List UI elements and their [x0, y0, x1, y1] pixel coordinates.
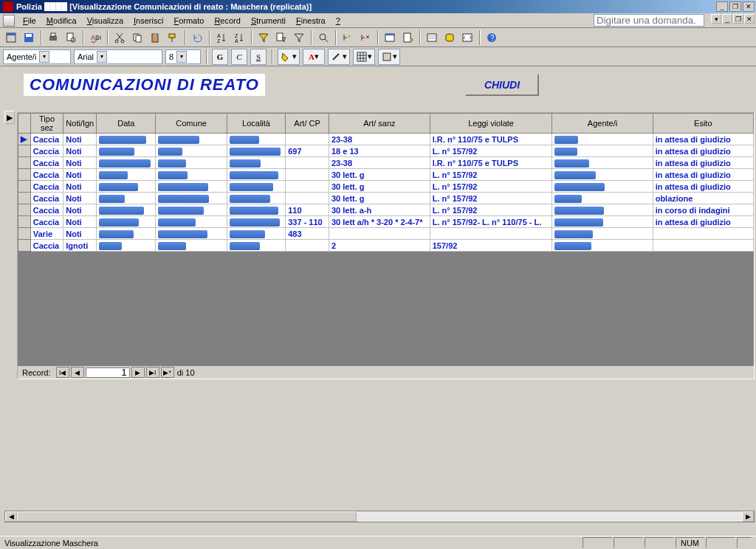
cell-esito[interactable]: in attesa di giudizio: [653, 181, 753, 193]
nav-last-button[interactable]: ▶I: [146, 367, 159, 378]
column-header[interactable]: Agente/i: [552, 114, 653, 134]
cell-artcp[interactable]: [286, 240, 329, 252]
cell-data[interactable]: [97, 181, 156, 193]
cell-noti[interactable]: Noti: [63, 157, 97, 169]
line-color-button[interactable]: ▾: [328, 49, 350, 65]
cell-artsanz[interactable]: 30 lett a/h * 3-20 * 2-4-7*: [329, 216, 430, 228]
fill-color-button[interactable]: ▾: [278, 49, 300, 65]
scroll-right-button[interactable]: ▶: [742, 511, 754, 522]
cell-artsanz[interactable]: [329, 228, 430, 240]
cell-artcp[interactable]: [286, 157, 329, 169]
format-painter-icon[interactable]: [165, 30, 181, 46]
cell-noti[interactable]: Noti: [63, 145, 97, 157]
column-header[interactable]: Tipo sez: [30, 114, 63, 134]
row-selector[interactable]: [18, 216, 31, 228]
cell-loc[interactable]: [227, 228, 285, 240]
cell-data[interactable]: [97, 157, 156, 169]
ask-question-box[interactable]: [594, 14, 704, 27]
cell-agente[interactable]: [552, 240, 653, 252]
menu-strumenti[interactable]: Strumenti: [246, 15, 291, 27]
close-button[interactable]: ✕: [743, 1, 755, 12]
record-selector-handle[interactable]: ▶: [4, 111, 15, 124]
restore-button[interactable]: ❐: [729, 1, 741, 12]
cell-data[interactable]: [97, 134, 156, 145]
properties-icon[interactable]: [424, 30, 440, 46]
child-dropdown[interactable]: ▾: [711, 14, 721, 24]
row-selector[interactable]: [18, 181, 31, 193]
cell-leggi[interactable]: L. n° 157/92: [430, 145, 552, 157]
cell-loc[interactable]: [227, 157, 285, 169]
cell-agente[interactable]: [552, 181, 653, 193]
sort-desc-icon[interactable]: ZA: [231, 30, 247, 46]
cell-data[interactable]: [97, 204, 156, 216]
cell-artsanz[interactable]: 30 lett. a-h: [329, 204, 430, 216]
cell-artsanz[interactable]: 30 lett. g: [329, 181, 430, 193]
child-restore[interactable]: ❐: [733, 14, 743, 24]
filter-selection-icon[interactable]: [255, 30, 272, 46]
spellcheck-icon[interactable]: ABC: [87, 30, 103, 46]
cell-noti[interactable]: Ignoti: [63, 240, 97, 252]
cell-artsanz[interactable]: 23-38: [329, 134, 430, 145]
cell-loc[interactable]: [227, 216, 285, 228]
cell-agente[interactable]: [552, 216, 653, 228]
menu-modifica[interactable]: Modifica: [41, 15, 82, 27]
new-object-icon[interactable]: [399, 30, 416, 46]
column-header[interactable]: Art/ sanz: [329, 114, 430, 134]
row-selector[interactable]: [18, 169, 31, 181]
cell-data[interactable]: [97, 228, 156, 240]
cell-comune[interactable]: [156, 134, 227, 145]
underline-button[interactable]: S: [250, 49, 267, 65]
cell-artsanz[interactable]: 2: [329, 240, 430, 252]
print-icon[interactable]: [45, 30, 61, 46]
build-icon[interactable]: [441, 30, 458, 46]
cell-artcp[interactable]: 697: [286, 145, 329, 157]
cell-artsanz[interactable]: 23-38: [329, 157, 430, 169]
cell-data[interactable]: [97, 193, 156, 204]
cell-tipo[interactable]: Varie: [30, 228, 63, 240]
find-icon[interactable]: [315, 30, 331, 46]
cell-artcp[interactable]: [286, 193, 329, 204]
column-header[interactable]: Comune: [156, 114, 227, 134]
row-selector[interactable]: ▶: [18, 134, 31, 145]
cell-comune[interactable]: [156, 193, 227, 204]
cell-esito[interactable]: in attesa di giudizio: [653, 216, 753, 228]
cell-noti[interactable]: Noti: [63, 193, 97, 204]
cell-artcp[interactable]: [286, 134, 329, 145]
nav-next-button[interactable]: ▶: [131, 367, 145, 378]
menu-formato[interactable]: Formato: [168, 15, 209, 27]
cell-tipo[interactable]: Caccia: [30, 216, 63, 228]
row-selector[interactable]: [18, 157, 31, 169]
undo-icon[interactable]: [189, 30, 205, 46]
bold-button[interactable]: G: [212, 49, 228, 65]
cell-tipo[interactable]: Caccia: [30, 181, 63, 193]
row-selector[interactable]: [18, 240, 31, 252]
scroll-thumb[interactable]: [17, 511, 357, 522]
cell-tipo[interactable]: Caccia: [30, 145, 63, 157]
sort-asc-icon[interactable]: AZ: [213, 30, 230, 46]
cell-loc[interactable]: [227, 204, 285, 216]
cell-leggi[interactable]: L. n° 157/92- L. n° 110/75 - L.: [430, 216, 552, 228]
column-header[interactable]: Località: [227, 114, 285, 134]
print-preview-icon[interactable]: [63, 30, 79, 46]
menu-record[interactable]: Record: [209, 15, 245, 27]
cell-artcp[interactable]: 483: [286, 228, 329, 240]
font-size-combo[interactable]: 8▾: [165, 49, 201, 64]
column-header[interactable]: Esito: [653, 114, 753, 134]
cell-noti[interactable]: Noti: [63, 204, 97, 216]
cell-tipo[interactable]: Caccia: [30, 157, 63, 169]
cell-noti[interactable]: Noti: [63, 228, 97, 240]
column-header[interactable]: Data: [97, 114, 156, 134]
cell-comune[interactable]: [156, 216, 227, 228]
column-header[interactable]: Leggi violate: [430, 114, 552, 134]
nav-new-button[interactable]: ▶*: [161, 367, 174, 378]
cell-esito[interactable]: oblazione: [653, 193, 753, 204]
cell-artsanz[interactable]: 30 lett. g: [329, 193, 430, 204]
cell-data[interactable]: [97, 169, 156, 181]
cell-esito[interactable]: in corso di indagini: [653, 204, 753, 216]
cell-agente[interactable]: [552, 228, 653, 240]
cell-agente[interactable]: [552, 193, 653, 204]
cell-leggi[interactable]: L. n° 157/92: [430, 181, 552, 193]
cell-comune[interactable]: [156, 169, 227, 181]
cell-leggi[interactable]: L. n° 157/92: [430, 204, 552, 216]
menu-file[interactable]: File: [18, 15, 41, 27]
